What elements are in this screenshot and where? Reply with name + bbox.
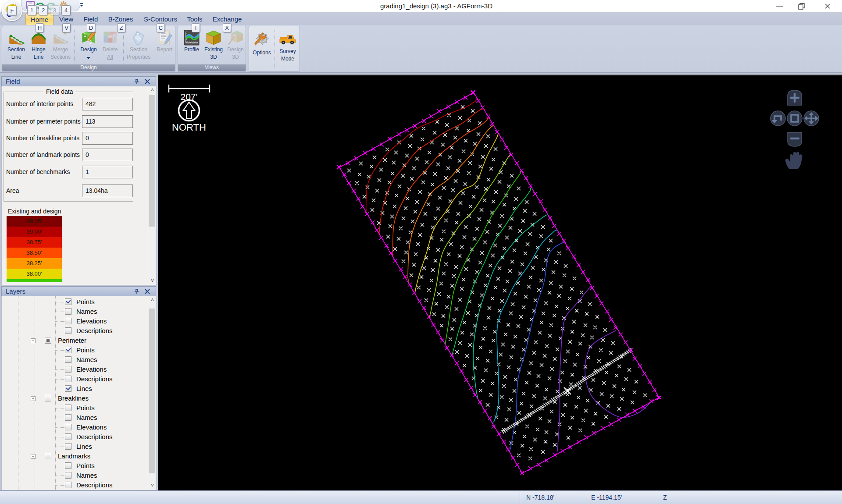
svg-text:1: 1 [84, 33, 86, 38]
svg-text:NORTH: NORTH [172, 122, 206, 133]
